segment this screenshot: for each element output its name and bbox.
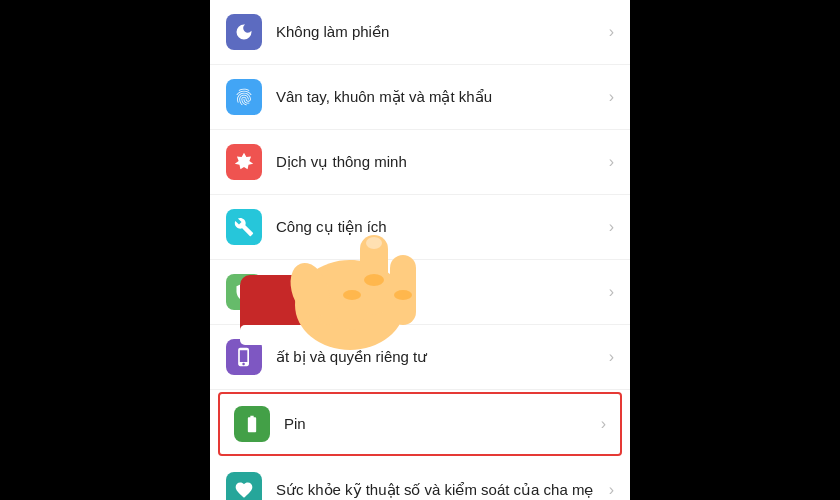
fingerprint-icon <box>226 79 262 115</box>
smart-icon <box>226 144 262 180</box>
menu-item-pin[interactable]: Pin › <box>218 392 622 456</box>
svg-point-11 <box>343 290 361 300</box>
chevron-thiet-bi: › <box>609 348 614 366</box>
chevron-bao-mat: › <box>609 283 614 301</box>
health-icon <box>226 472 262 500</box>
menu-item-van-tay[interactable]: Vân tay, khuôn mặt và mật khẩu › <box>210 65 630 130</box>
hand-pointer <box>240 195 460 375</box>
black-right-bar <box>630 0 840 500</box>
svg-point-9 <box>364 274 384 286</box>
chevron-van-tay: › <box>609 88 614 106</box>
menu-item-khong-lam-phien[interactable]: Không làm phiền › <box>210 0 630 65</box>
menu-item-dich-vu-thong-minh[interactable]: Dịch vụ thông minh › <box>210 130 630 195</box>
menu-label-dich-vu-thong-minh: Dịch vụ thông minh <box>276 152 601 172</box>
black-left-bar <box>0 0 210 500</box>
phone-screen: Không làm phiền › Vân tay, khuôn mặt và … <box>210 0 630 500</box>
chevron-khong-lam-phien: › <box>609 23 614 41</box>
menu-label-van-tay: Vân tay, khuôn mặt và mật khẩu <box>276 87 601 107</box>
menu-label-khong-lam-phien: Không làm phiền <box>276 22 601 42</box>
menu-item-suc-khoe[interactable]: Sức khỏe kỹ thuật số và kiểm soát của ch… <box>210 458 630 500</box>
menu-label-suc-khoe: Sức khỏe kỹ thuật số và kiểm soát của ch… <box>276 480 601 500</box>
menu-label-pin: Pin <box>284 414 593 434</box>
svg-point-10 <box>394 290 412 300</box>
chevron-dich-vu: › <box>609 153 614 171</box>
battery-icon <box>234 406 270 442</box>
moon-icon <box>226 14 262 50</box>
chevron-cong-cu: › <box>609 218 614 236</box>
svg-point-12 <box>366 237 382 249</box>
chevron-suc-khoe: › <box>609 481 614 499</box>
chevron-pin: › <box>601 415 606 433</box>
